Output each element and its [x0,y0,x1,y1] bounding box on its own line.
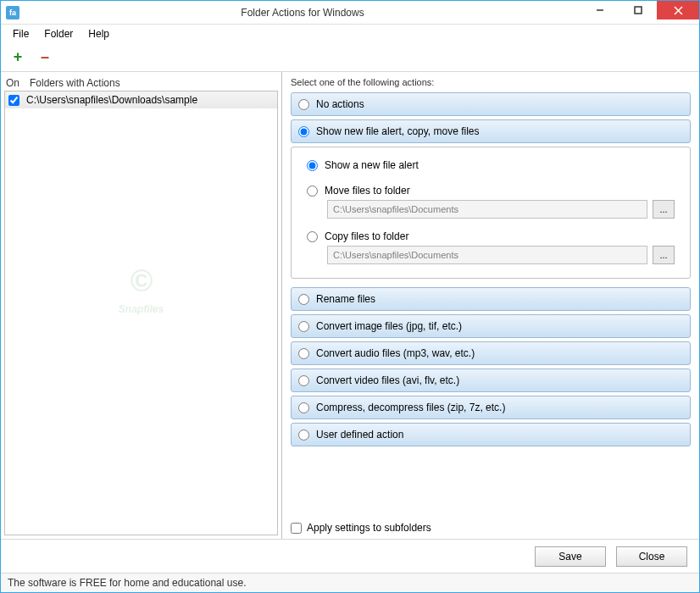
move-browse-button[interactable]: ... [653,200,675,219]
close-button[interactable] [657,1,699,19]
move-path-row: ... [327,200,675,219]
action-convert-video[interactable]: Convert video files (avi, flv, etc.) [291,369,691,392]
label-show-alert: Show a new file alert [325,159,419,171]
sub-show-alert[interactable]: Show a new file alert [307,159,675,171]
action-convert-audio[interactable]: Convert audio files (mp3, wav, etc.) [291,341,691,365]
menu-file[interactable]: File [6,26,36,42]
column-on: On [6,77,30,89]
main-content: On Folders with Actions C:\Users\snapfil… [1,72,699,540]
svg-rect-1 [635,7,642,14]
titlebar: fa Folder Actions for Windows [1,1,699,25]
folder-row[interactable]: C:\Users\snapfiles\Downloads\sample [5,91,277,108]
folders-header: On Folders with Actions [1,72,281,91]
radio-rename[interactable] [298,294,309,305]
save-button[interactable]: Save [535,546,606,567]
radio-copy-to[interactable] [307,231,318,242]
apply-subfolders-row[interactable]: Apply settings to subfolders [291,512,691,534]
radio-user-defined[interactable] [298,430,309,441]
toolbar: + – [1,43,699,72]
remove-folder-button[interactable]: – [35,47,55,68]
label-no-actions: No actions [316,98,364,110]
maximize-button[interactable] [619,1,657,19]
radio-compress[interactable] [298,402,309,413]
copy-browse-button[interactable]: ... [653,246,675,264]
minimize-button[interactable] [581,1,619,19]
label-convert-image: Convert image files (jpg, tif, etc.) [316,320,462,332]
radio-move-to[interactable] [307,186,318,197]
radio-convert-audio[interactable] [298,348,309,359]
folders-panel: On Folders with Actions C:\Users\snapfil… [1,72,282,539]
move-path-input[interactable] [327,200,647,219]
sub-move-to[interactable]: Move files to folder [307,185,675,197]
folder-path: C:\Users\snapfiles\Downloads\sample [26,94,197,106]
menu-folder[interactable]: Folder [37,26,80,42]
close-icon [674,6,683,15]
app-window: fa Folder Actions for Windows File Folde… [0,0,700,593]
actions-heading: Select one of the following actions: [291,77,691,87]
radio-show-alert-group[interactable] [298,126,309,137]
label-convert-audio: Convert audio files (mp3, wav, etc.) [316,347,475,359]
label-show-alert-group: Show new file alert, copy, move files [316,125,480,137]
copy-path-row: ... [327,246,675,264]
title-text: Folder Actions for Windows [25,7,581,19]
minimize-icon [596,6,604,14]
apply-subfolders-label: Apply settings to subfolders [307,522,431,534]
action-no-actions[interactable]: No actions [291,92,691,116]
watermark: © Snapfiles [119,263,164,318]
radio-no-actions[interactable] [298,99,309,110]
copy-path-input[interactable] [327,246,647,264]
action-convert-image[interactable]: Convert image files (jpg, tif, etc.) [291,314,691,338]
statusbar: The software is FREE for home and educat… [1,574,699,592]
actions-panel: Select one of the following actions: No … [282,72,699,539]
watermark-text: Snapfiles [119,303,164,315]
app-icon: fa [6,6,19,19]
label-convert-video: Convert video files (avi, flv, etc.) [316,374,459,386]
action-user-defined[interactable]: User defined action [291,423,691,446]
sub-actions-panel: Show a new file alert Move files to fold… [291,147,691,279]
radio-show-alert[interactable] [307,160,318,171]
folder-enabled-checkbox[interactable] [8,95,19,106]
folders-list[interactable]: C:\Users\snapfiles\Downloads\sample © Sn… [4,91,278,535]
label-user-defined: User defined action [316,429,403,441]
label-copy-to: Copy files to folder [325,230,408,242]
add-folder-button[interactable]: + [8,47,28,68]
apply-subfolders-checkbox[interactable] [291,523,302,534]
radio-convert-video[interactable] [298,375,309,386]
close-app-button[interactable]: Close [616,546,687,567]
label-compress: Compress, decompress files (zip, 7z, etc… [316,402,505,413]
window-controls [581,1,699,24]
radio-convert-image[interactable] [298,321,309,332]
menu-help[interactable]: Help [81,26,116,42]
copyright-icon: © [119,263,164,299]
sub-copy-to[interactable]: Copy files to folder [307,230,675,242]
action-compress[interactable]: Compress, decompress files (zip, 7z, etc… [291,396,691,419]
label-move-to: Move files to folder [325,185,410,197]
action-rename[interactable]: Rename files [291,287,691,311]
maximize-icon [634,6,642,14]
column-folders: Folders with Actions [30,77,120,89]
status-text: The software is FREE for home and educat… [8,577,246,589]
footer: Save Close [1,540,699,574]
label-rename: Rename files [316,293,375,305]
menubar: File Folder Help [1,25,699,43]
action-show-alert-group[interactable]: Show new file alert, copy, move files [291,119,691,143]
